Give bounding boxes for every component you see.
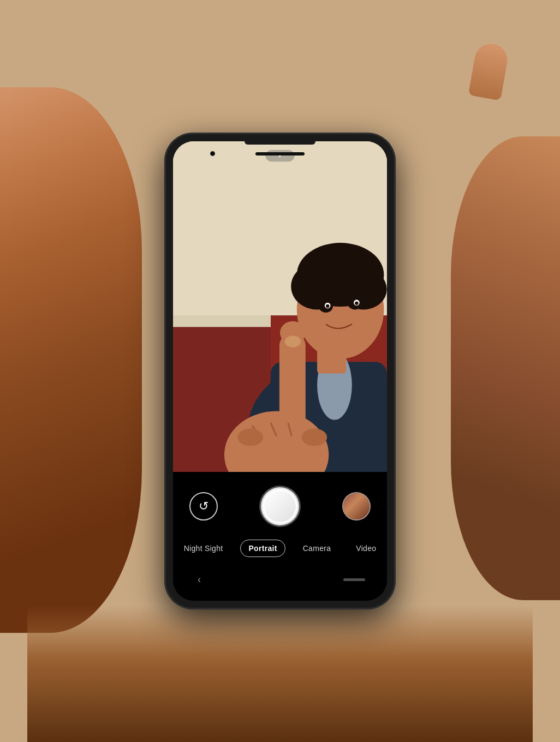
front-camera-dot <box>210 151 215 156</box>
hand-right-bg <box>451 136 560 600</box>
svg-point-11 <box>341 269 387 309</box>
back-button[interactable]: ‹ <box>195 571 204 588</box>
camera-viewfinder[interactable]: ▾ <box>173 141 387 472</box>
flip-camera-button[interactable]: ↺ <box>189 492 218 520</box>
mode-video-label: Video <box>356 544 376 553</box>
svg-point-10 <box>291 263 343 309</box>
finger-top-right <box>468 41 510 101</box>
speaker-grille <box>255 152 305 155</box>
scene: ▾ ↺ Night Sig <box>0 0 560 742</box>
hand-left-bg <box>0 87 142 633</box>
mode-camera[interactable]: Camera <box>295 540 339 556</box>
phone-notch <box>245 141 315 145</box>
camera-controls-panel: ↺ Night Sight Portrait <box>173 472 387 601</box>
mode-portrait[interactable]: Portrait <box>240 540 285 557</box>
shutter-button[interactable] <box>261 487 299 525</box>
svg-point-16 <box>326 304 329 308</box>
camera-mode-selector: Night Sight Portrait Camera Video <box>184 540 376 557</box>
photo-subject: ▾ <box>173 141 387 472</box>
svg-rect-20 <box>279 333 306 437</box>
svg-point-26 <box>237 428 263 446</box>
mode-video[interactable]: Video <box>348 540 384 556</box>
phone-screen: ▾ ↺ Night Sig <box>173 141 387 601</box>
camera-buttons-row: ↺ <box>184 487 376 525</box>
rotate-camera-icon: ↺ <box>199 499 208 513</box>
svg-point-17 <box>355 302 358 305</box>
mode-camera-label: Camera <box>303 544 331 553</box>
hand-bottom-bg <box>27 606 533 742</box>
thumbnail-image <box>343 493 370 519</box>
bottom-navigation: ‹ <box>184 571 376 588</box>
last-photo-thumbnail[interactable] <box>342 492 371 520</box>
svg-point-27 <box>301 428 327 446</box>
home-indicator[interactable] <box>343 578 365 581</box>
svg-point-25 <box>285 336 301 347</box>
mode-night-sight-label: Night Sight <box>184 544 223 553</box>
phone-device: ▾ ↺ Night Sig <box>165 134 395 608</box>
mode-portrait-label: Portrait <box>248 544 277 553</box>
mode-night-sight[interactable]: Night Sight <box>176 540 231 556</box>
